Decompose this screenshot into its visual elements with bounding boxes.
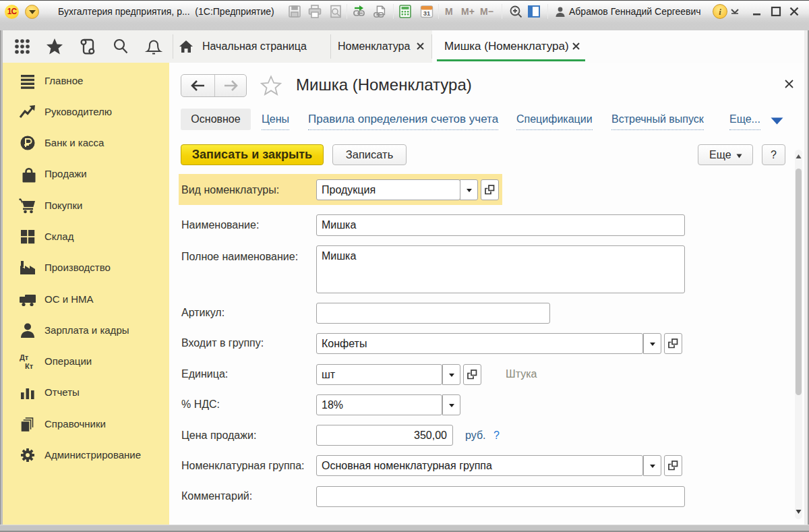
svg-text:Дт: Дт	[20, 353, 29, 361]
svg-text:31: 31	[423, 9, 431, 17]
svg-text:Кт: Кт	[25, 362, 34, 370]
